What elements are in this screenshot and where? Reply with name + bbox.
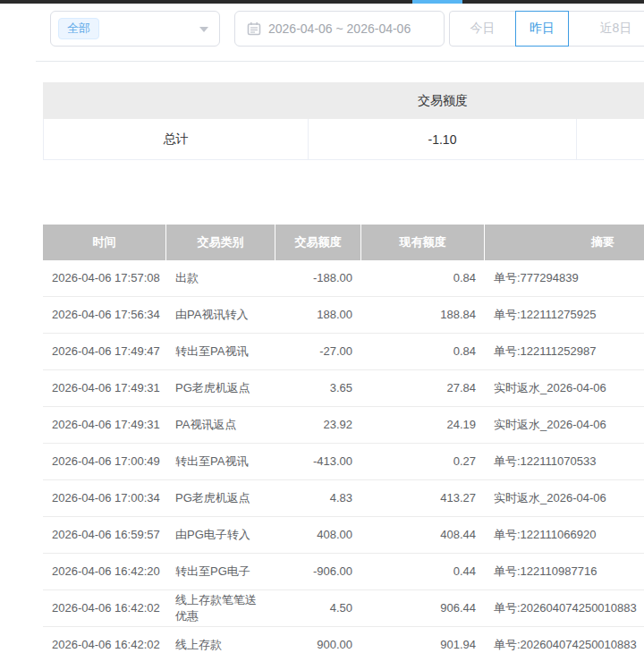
table-row: 2026-04-06 17:56:34 由PA视讯转入 188.00 188.8… <box>43 297 644 334</box>
table-row: 2026-04-06 17:57:08 出款 -188.00 0.84 单号:7… <box>43 260 644 297</box>
cell-balance: 0.44 <box>361 562 485 581</box>
cell-amount: -27.00 <box>275 342 361 361</box>
summary-total-label: 总计 <box>43 119 309 159</box>
header-type: 交易类别 <box>166 225 275 260</box>
cell-type: 转出至PA视讯 <box>166 342 275 361</box>
selected-type-tag: 全部 <box>58 18 99 39</box>
top-bar <box>0 0 644 4</box>
table-row: 2026-04-06 17:49:31 PA视讯返点 23.92 24.19 实… <box>43 407 644 444</box>
cell-time: 2026-04-06 16:59:57 <box>43 525 166 545</box>
quick-range-button-group: 今日 昨日 近8日 <box>449 11 644 47</box>
table-row: 2026-04-06 16:59:57 由PG电子转入 408.00 408.4… <box>43 517 644 554</box>
cell-amount: 3.65 <box>275 378 361 398</box>
cell-summary: 单号:202604074250010883 <box>485 635 644 653</box>
cell-time: 2026-04-06 16:42:20 <box>43 562 166 581</box>
cell-type: 线上存款笔笔送优惠 <box>166 590 275 626</box>
transaction-record-page: 全部 2026-04-06 ~ 2026-04-06 今日 昨日 近8日 交易额… <box>0 0 644 653</box>
cell-time: 2026-04-06 16:42:02 <box>43 635 166 653</box>
cell-summary: 单号:122111252987 <box>485 342 644 361</box>
cell-summary: 单号:122110987716 <box>485 562 644 581</box>
cell-amount: 188.00 <box>275 305 361 325</box>
cell-amount: -906.00 <box>275 562 361 581</box>
cell-amount: 900.00 <box>275 635 361 653</box>
cell-amount: 408.00 <box>275 525 361 545</box>
cell-balance: 413.27 <box>361 488 485 508</box>
cell-amount: 23.92 <box>275 415 361 435</box>
table-row: 2026-04-06 16:42:02 线上存款 900.00 901.94 单… <box>43 627 644 653</box>
cell-type: 转出至PA视讯 <box>166 452 275 471</box>
header-amount: 交易额度 <box>275 225 361 260</box>
today-button[interactable]: 今日 <box>450 12 515 46</box>
cell-time: 2026-04-06 17:57:08 <box>43 268 166 288</box>
section-divider <box>36 61 644 62</box>
summary-table: 交易额度 总计 -1.10 <box>43 82 644 160</box>
cell-balance: 408.44 <box>361 525 485 545</box>
table-header-row: 时间 交易类别 交易额度 现有额度 摘要 <box>43 225 644 260</box>
cell-summary: 实时返水_2026-04-06 <box>485 488 644 508</box>
cell-time: 2026-04-06 17:56:34 <box>43 305 166 325</box>
header-time: 时间 <box>43 225 166 260</box>
cell-time: 2026-04-06 17:00:49 <box>43 452 166 471</box>
cell-summary: 实时返水_2026-04-06 <box>485 378 644 398</box>
table-row: 2026-04-06 16:42:02 线上存款笔笔送优惠 4.50 906.4… <box>43 590 644 627</box>
cell-summary: 单号:202604074250010883 <box>485 598 644 618</box>
cell-type: 由PG电子转入 <box>166 525 275 545</box>
date-range-value: 2026-04-06 ~ 2026-04-06 <box>268 21 411 36</box>
cell-amount: -188.00 <box>275 268 361 288</box>
table-row: 2026-04-06 17:00:49 转出至PA视讯 -413.00 0.27… <box>43 444 644 480</box>
last-8-days-button[interactable]: 近8日 <box>569 12 644 46</box>
cell-summary: 实时返水_2026-04-06 <box>485 415 644 435</box>
cell-balance: 901.94 <box>361 635 485 653</box>
yesterday-button[interactable]: 昨日 <box>515 11 569 47</box>
table-row: 2026-04-06 17:49:31 PG老虎机返点 3.65 27.84 实… <box>43 370 644 407</box>
cell-amount: 4.50 <box>275 598 361 618</box>
table-row: 2026-04-06 17:00:34 PG老虎机返点 4.83 413.27 … <box>43 480 644 517</box>
top-bar-active-indicator <box>412 0 462 4</box>
summary-header-amount: 交易额度 <box>309 82 577 119</box>
cell-type: PA视讯返点 <box>166 415 275 435</box>
cell-balance: 0.84 <box>361 268 485 288</box>
cell-type: 由PA视讯转入 <box>166 305 275 325</box>
table-row: 2026-04-06 17:49:47 转出至PA视讯 -27.00 0.84 … <box>43 334 644 370</box>
cell-balance: 0.27 <box>361 452 485 471</box>
cell-summary: 单号:777294839 <box>485 268 644 288</box>
transaction-type-select[interactable]: 全部 <box>50 11 220 47</box>
cell-time: 2026-04-06 17:49:31 <box>43 415 166 435</box>
table-body: 2026-04-06 17:57:08 出款 -188.00 0.84 单号:7… <box>43 260 644 653</box>
summary-total-value: -1.10 <box>309 119 577 159</box>
summary-header-empty-2 <box>577 82 644 119</box>
summary-total-empty <box>577 119 644 159</box>
cell-amount: -413.00 <box>275 452 361 471</box>
cell-type: 线上存款 <box>166 635 275 653</box>
cell-time: 2026-04-06 16:42:02 <box>43 598 166 618</box>
summary-total-row: 总计 -1.10 <box>43 119 644 160</box>
cell-balance: 906.44 <box>361 598 485 618</box>
cell-summary: 单号:122111070533 <box>485 452 644 471</box>
table-row: 2026-04-06 16:42:20 转出至PG电子 -906.00 0.44… <box>43 554 644 590</box>
date-range-picker[interactable]: 2026-04-06 ~ 2026-04-06 <box>234 11 445 47</box>
header-balance: 现有额度 <box>361 225 485 260</box>
cell-type: PG老虎机返点 <box>166 378 275 398</box>
cell-balance: 27.84 <box>361 378 485 398</box>
summary-header-empty <box>43 82 309 119</box>
cell-time: 2026-04-06 17:00:34 <box>43 488 166 508</box>
cell-balance: 188.84 <box>361 305 485 325</box>
cell-balance: 0.84 <box>361 342 485 361</box>
cell-time: 2026-04-06 17:49:47 <box>43 342 166 361</box>
transaction-table: 时间 交易类别 交易额度 现有额度 摘要 2026-04-06 17:57:08… <box>43 225 644 653</box>
header-summary: 摘要 <box>485 225 644 260</box>
cell-type: 出款 <box>166 268 275 288</box>
summary-header-row: 交易额度 <box>43 82 644 119</box>
calendar-icon <box>247 21 261 36</box>
cell-amount: 4.83 <box>275 488 361 508</box>
cell-type: 转出至PG电子 <box>166 562 275 581</box>
cell-time: 2026-04-06 17:49:31 <box>43 378 166 398</box>
cell-summary: 单号:122111275925 <box>485 305 644 325</box>
cell-summary: 单号:122111066920 <box>485 525 644 545</box>
chevron-down-icon[interactable] <box>199 27 208 32</box>
cell-balance: 24.19 <box>361 415 485 435</box>
cell-type: PG老虎机返点 <box>166 488 275 508</box>
